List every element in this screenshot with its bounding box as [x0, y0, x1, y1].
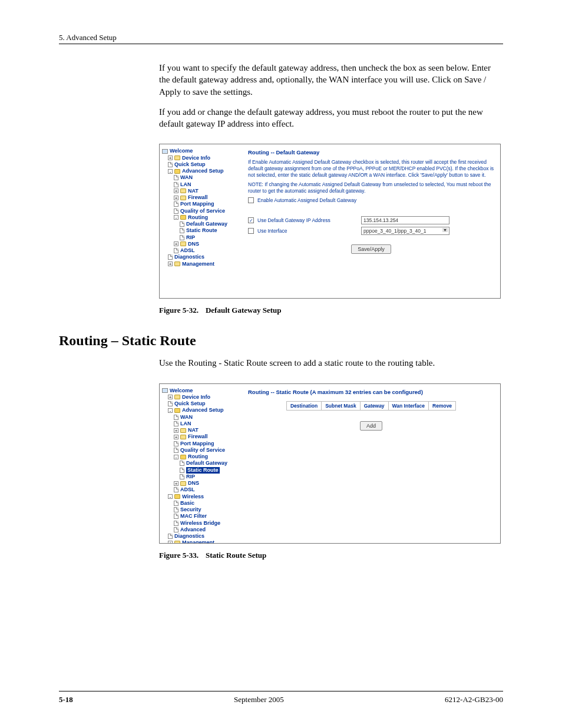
para-1: If you want to specify the default gatew… — [159, 62, 503, 98]
page-icon — [168, 401, 173, 406]
nav-routing[interactable]: Routing — [188, 454, 208, 460]
nav-firewall[interactable]: Firewall — [188, 434, 208, 440]
use-interface-checkbox[interactable] — [248, 228, 254, 234]
add-button[interactable]: Add — [360, 421, 382, 431]
page-icon — [174, 182, 178, 187]
nav-management[interactable]: Management — [182, 540, 214, 543]
nav-lan[interactable]: LAN — [180, 181, 191, 188]
expand-icon[interactable]: + — [168, 262, 173, 266]
collapse-icon[interactable]: - — [174, 455, 178, 459]
nav-qos[interactable]: Quality of Service — [180, 208, 225, 214]
nav-diagnostics[interactable]: Diagnostics — [174, 533, 204, 540]
nav-basic[interactable]: Basic — [180, 500, 194, 507]
nav-dns[interactable]: DNS — [188, 480, 199, 487]
figure-5-33-caption: Figure 5-33.Static Route Setup — [159, 551, 503, 560]
th-destination: Destination — [286, 401, 321, 410]
default-gw-ip-input[interactable]: 135.154.13.254 — [361, 216, 449, 224]
nav-rip[interactable]: RIP — [186, 474, 195, 480]
th-wan-interface: Wan Interface — [388, 401, 428, 410]
folder-open-icon — [174, 169, 180, 174]
expand-icon[interactable]: + — [174, 241, 178, 246]
expand-icon[interactable]: + — [174, 428, 178, 433]
folder-icon — [180, 241, 186, 246]
nav-default-gateway[interactable]: Default Gateway — [186, 221, 227, 227]
page-footer: 5-18 September 2005 6212-A2-GB23-00 — [59, 691, 503, 704]
nav-quick-setup[interactable]: Quick Setup — [174, 401, 206, 407]
caption-number-2: Figure 5-33. — [159, 551, 199, 560]
enable-auto-checkbox[interactable] — [248, 197, 254, 203]
figure-5-32-screenshot: Welcome +Device Info Quick Setup -Advanc… — [159, 144, 501, 299]
nav-default-gateway[interactable]: Default Gateway — [186, 460, 227, 466]
collapse-icon[interactable]: - — [168, 169, 173, 174]
nav-wireless-bridge[interactable]: Wireless Bridge — [180, 520, 220, 527]
nav-port-mapping[interactable]: Port Mapping — [180, 441, 214, 447]
save-apply-button[interactable]: Save/Apply — [351, 244, 391, 254]
nav-lan[interactable]: LAN — [180, 421, 191, 427]
page-icon — [174, 507, 178, 512]
nav-security[interactable]: Security — [180, 507, 201, 513]
expand-icon[interactable]: + — [174, 481, 178, 486]
th-subnet-mask: Subnet Mask — [322, 401, 360, 410]
nav-management[interactable]: Management — [182, 261, 214, 267]
nav-routing[interactable]: Routing — [188, 214, 208, 221]
page-icon — [168, 254, 173, 260]
nav-qos[interactable]: Quality of Service — [180, 447, 225, 454]
folder-open-icon — [174, 408, 180, 413]
expand-icon[interactable]: + — [168, 541, 173, 544]
expand-icon[interactable]: + — [174, 435, 178, 439]
nav-nat[interactable]: NAT — [188, 427, 199, 434]
nav-adsl[interactable]: ADSL — [180, 247, 195, 254]
page-icon — [174, 487, 178, 492]
folder-icon — [174, 262, 180, 266]
content-title-2: Routing -- Static Route (A maximum 32 en… — [248, 389, 494, 395]
nav-mac-filter[interactable]: MAC Filter — [180, 513, 207, 519]
nav-diagnostics[interactable]: Diagnostics — [174, 254, 204, 260]
nav-advanced-setup[interactable]: Advanced Setup — [182, 168, 224, 174]
folder-open-icon — [174, 494, 180, 499]
page-icon — [174, 514, 178, 519]
nav-rip[interactable]: RIP — [186, 234, 195, 241]
expand-icon[interactable]: + — [174, 188, 178, 193]
nav-advanced[interactable]: Advanced — [180, 527, 206, 533]
nav-welcome[interactable]: Welcome — [170, 148, 193, 154]
nav-device-info[interactable]: Device Info — [182, 155, 210, 161]
page-icon — [180, 468, 184, 473]
page-icon — [174, 209, 178, 214]
section-routing-static-route: Routing – Static Route — [59, 333, 503, 349]
monitor-icon — [162, 149, 168, 154]
nav-nat[interactable]: NAT — [188, 188, 199, 194]
page-icon — [174, 441, 178, 446]
nav-static-route[interactable]: Static Route — [186, 227, 217, 234]
nav-static-route-selected[interactable]: Static Route — [186, 467, 220, 474]
use-default-gw-checkbox[interactable]: ✓ — [248, 217, 254, 223]
nav-port-mapping[interactable]: Port Mapping — [180, 201, 214, 207]
use-default-gw-label: Use Default Gateway IP Address — [257, 217, 358, 223]
nav-wireless[interactable]: Wireless — [182, 494, 204, 500]
collapse-icon[interactable]: - — [168, 408, 173, 413]
caption-text-2: Static Route Setup — [206, 551, 266, 560]
header-section: 5. Advanced Setup — [59, 33, 117, 42]
expand-icon[interactable]: + — [168, 155, 173, 160]
page-icon — [174, 175, 178, 180]
nav-dns[interactable]: DNS — [188, 241, 199, 247]
expand-icon[interactable]: + — [168, 395, 173, 399]
nav-advanced-setup[interactable]: Advanced Setup — [182, 407, 224, 413]
interface-select[interactable]: pppoe_3_40_1/ppp_3_40_1 — [361, 227, 449, 235]
expand-icon[interactable]: + — [174, 196, 178, 200]
nav-device-info[interactable]: Device Info — [182, 394, 210, 401]
nav-wan[interactable]: WAN — [180, 174, 193, 181]
static-route-table: Destination Subnet Mask Gateway Wan Inte… — [286, 401, 456, 411]
use-interface-label: Use Interface — [257, 228, 358, 234]
nav-firewall[interactable]: Firewall — [188, 194, 208, 201]
nav-quick-setup[interactable]: Quick Setup — [174, 161, 206, 168]
collapse-icon[interactable]: - — [168, 494, 173, 499]
nav-welcome[interactable]: Welcome — [170, 388, 193, 394]
monitor-icon — [162, 388, 168, 393]
folder-icon — [174, 541, 180, 544]
collapse-icon[interactable]: - — [174, 215, 178, 220]
page-icon — [168, 534, 173, 539]
page-icon — [180, 235, 184, 240]
page-icon — [174, 527, 178, 532]
nav-wan[interactable]: WAN — [180, 414, 193, 421]
nav-adsl[interactable]: ADSL — [180, 487, 195, 493]
